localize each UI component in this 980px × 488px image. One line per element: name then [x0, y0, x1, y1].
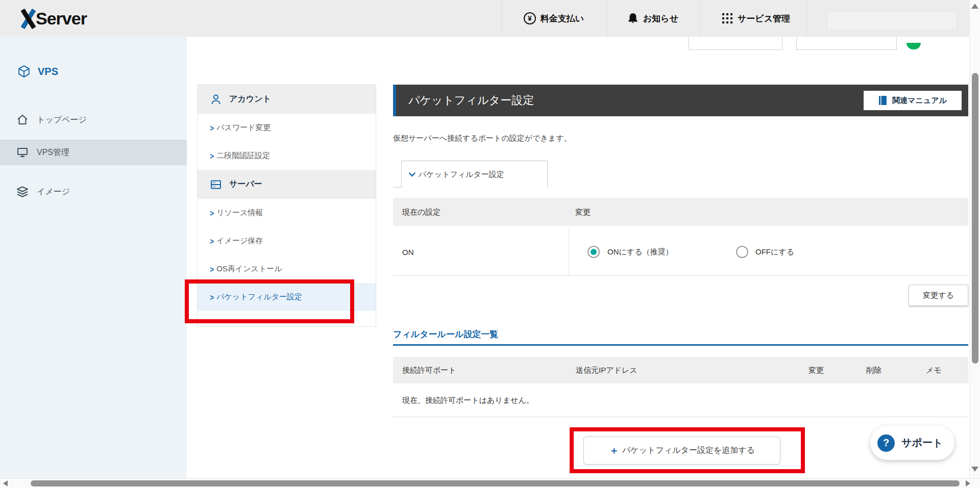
col-current-setting: 現在の設定	[402, 207, 440, 217]
apply-change-button[interactable]: 変更する	[909, 285, 968, 306]
current-setting-value: ON	[402, 247, 414, 256]
menu-item-label: パスワード変更	[216, 123, 271, 133]
col-change: 変更	[575, 207, 591, 217]
filter-rules-heading: フィルタールール設定一覧	[393, 328, 498, 340]
book-icon	[878, 95, 888, 106]
empty-message: 現在、接続許可ポートはありません。	[402, 395, 534, 405]
menu-item-label: OS再インストール	[216, 264, 282, 274]
chevron-right-icon: >	[210, 208, 214, 217]
chevron-right-icon: >	[210, 151, 214, 160]
person-icon	[210, 93, 222, 106]
menu-item-packet-filter[interactable]: > パケットフィルター設定	[198, 283, 376, 311]
related-manual-button[interactable]: 関連マニュアル	[864, 91, 962, 110]
menu-item-password-change[interactable]: > パスワード変更	[198, 114, 376, 142]
filter-rules-underline	[393, 344, 968, 346]
menu-item-os-reinstall[interactable]: > OS再インストール	[198, 255, 376, 283]
top-header: Server ¥ 料金支払い お知らせ	[0, 0, 980, 37]
menu-item-resource-info[interactable]: > リソース情報	[198, 199, 376, 227]
menu-section-account: アカウント	[198, 85, 376, 114]
scroll-left-arrow-icon[interactable]	[3, 480, 8, 486]
plus-icon: ＋	[609, 444, 619, 457]
sidebar-item-image[interactable]: イメージ	[0, 179, 187, 204]
menu-item-image-save[interactable]: > イメージ保存	[198, 227, 376, 255]
sidebar-item-vps[interactable]: VPS	[0, 59, 187, 84]
settings-table-header: 現在の設定 変更	[393, 198, 968, 226]
chevron-right-icon: >	[210, 123, 214, 132]
xserver-logo[interactable]: Server	[19, 6, 87, 31]
sidebar-item-top-page[interactable]: トップページ	[0, 107, 187, 133]
notifications-label: お知らせ	[643, 13, 678, 24]
notifications-button[interactable]: お知らせ	[615, 0, 691, 37]
menu-server-title: サーバー	[229, 179, 262, 190]
chevron-right-icon: >	[210, 292, 214, 301]
menu-account-title: アカウント	[229, 94, 271, 105]
scroll-down-arrow-icon[interactable]	[971, 467, 978, 472]
menu-item-two-factor[interactable]: > 二段階認証設定	[198, 142, 376, 170]
col-rule-delete: 削除	[866, 366, 881, 375]
menu-item-label: 二段階認証設定	[216, 151, 270, 161]
scroll-right-arrow-icon[interactable]	[966, 480, 970, 486]
title-accent-bar	[393, 85, 396, 116]
header-divider	[699, 0, 700, 37]
horizontal-scrollbar[interactable]	[0, 478, 980, 488]
header-divider	[806, 0, 807, 37]
radio-off-label[interactable]: OFFにする	[755, 247, 794, 256]
vertical-scrollbar-thumb[interactable]	[972, 73, 978, 364]
add-packet-filter-button[interactable]: ＋ パケットフィルター設定を追加する	[583, 436, 780, 465]
sidebar-vps-label: VPS	[38, 66, 58, 78]
home-icon	[16, 114, 29, 126]
tab-packet-filter[interactable]: パケットフィルター設定	[401, 161, 548, 188]
sidebar-image-label: イメージ	[37, 187, 70, 197]
page-description: 仮想サーバーへ接続するポートの設定ができます。	[393, 134, 572, 143]
filter-rules-table: 接続許可ポート 送信元IPアドレス 変更 削除 メモ 現在、接続許可ポートはあり…	[393, 357, 968, 417]
related-manual-label: 関連マニュアル	[892, 96, 947, 106]
menu-section-server: サーバー	[198, 170, 376, 199]
layers-icon	[16, 186, 29, 198]
horizontal-scrollbar-thumb[interactable]	[31, 480, 960, 486]
radio-off[interactable]	[736, 246, 748, 258]
support-label: サポート	[901, 436, 943, 450]
radio-on[interactable]	[587, 246, 600, 258]
payment-button[interactable]: ¥ 料金支払い	[510, 0, 597, 37]
grid-icon	[722, 13, 733, 24]
scroll-up-arrow-icon[interactable]	[971, 4, 978, 9]
page-title-bar: パケットフィルター設定 関連マニュアル	[393, 85, 968, 116]
column-divider	[569, 228, 569, 275]
status-green-arc	[906, 43, 921, 49]
menu-item-label: リソース情報	[216, 208, 263, 218]
chevron-down-icon	[409, 172, 415, 177]
logo-text: Server	[36, 9, 87, 29]
page: Server ¥ 料金支払い お知らせ	[0, 0, 980, 488]
page-title: パケットフィルター設定	[408, 85, 534, 116]
col-source-ip: 送信元IPアドレス	[576, 366, 638, 375]
filter-rules-header: 接続許可ポート 送信元IPアドレス 変更 削除 メモ	[393, 357, 968, 383]
col-allowed-port: 接続許可ポート	[402, 366, 456, 375]
service-management-label: サービス管理	[738, 13, 790, 24]
filter-rules-empty-row: 現在、接続許可ポートはありません。	[393, 383, 968, 417]
chevron-right-icon: >	[210, 264, 214, 273]
sidebar: VPS トップページ VPS管理	[0, 37, 187, 478]
chevron-right-icon: >	[210, 236, 214, 245]
col-rule-memo: メモ	[926, 366, 942, 375]
yen-circle-icon: ¥	[524, 12, 536, 24]
settings-table: 現在の設定 変更 ON ONにする（推奨） OFFにする	[393, 198, 968, 274]
service-management-button[interactable]: サービス管理	[707, 0, 804, 37]
vertical-scrollbar[interactable]	[969, 0, 980, 478]
settings-table-row: ON ONにする（推奨） OFFにする	[393, 228, 968, 276]
question-mark-icon: ?	[877, 434, 895, 452]
bell-icon	[627, 12, 639, 24]
tab-baseline	[393, 187, 401, 188]
radio-on-label[interactable]: ONにする（推奨）	[607, 247, 673, 256]
support-button[interactable]: ? サポート	[870, 426, 954, 460]
settings-menu: アカウント > パスワード変更 > 二段階認証設定 サーバー	[197, 84, 376, 327]
sidebar-top-page-label: トップページ	[37, 115, 87, 125]
header-account-area	[827, 11, 957, 31]
header-divider	[607, 0, 607, 37]
tab-label: パケットフィルター設定	[419, 170, 504, 179]
cube-icon	[17, 65, 31, 78]
logo-x-mark	[19, 8, 37, 29]
monitor-icon	[16, 146, 29, 159]
header-divider	[501, 0, 502, 37]
sidebar-item-vps-management[interactable]: VPS管理	[0, 140, 187, 165]
sidebar-vps-management-label: VPS管理	[37, 147, 69, 158]
